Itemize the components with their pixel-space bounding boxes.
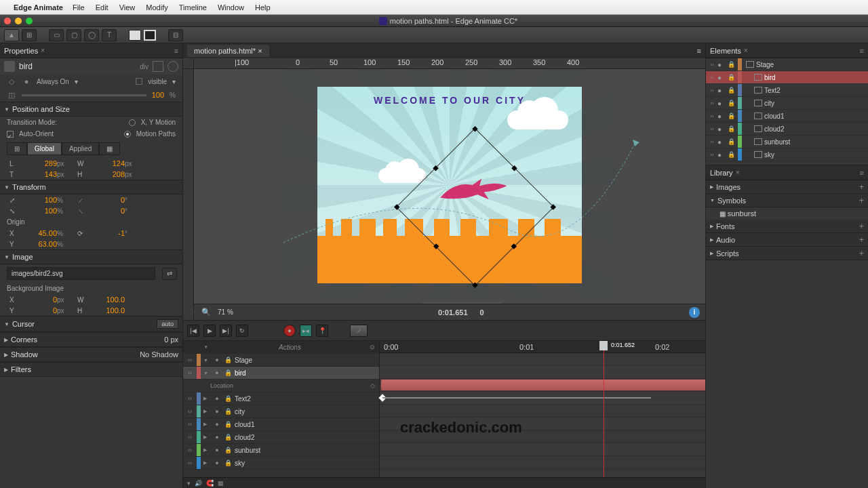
- rotate-input[interactable]: -1: [91, 229, 125, 237]
- pos-left-input[interactable]: 289: [23, 159, 57, 167]
- timeline-layer-row[interactable]: Location◇: [183, 380, 379, 392]
- timeline-layer-row[interactable]: ‹›▼●🔒Stage: [183, 354, 379, 367]
- properties-panel-tab[interactable]: Properties×: [0, 43, 182, 58]
- go-to-start-button[interactable]: |◀: [187, 325, 199, 337]
- xy-motion-radio[interactable]: [129, 119, 136, 126]
- timeline-layer-row[interactable]: ‹›▶●🔒sky: [183, 457, 379, 470]
- bg-x-input[interactable]: 0: [23, 296, 57, 304]
- canvas-area[interactable]: 0|100 50100 150200 250300 350400 WELCOME…: [183, 58, 705, 320]
- library-images-category[interactable]: ▶Images+: [706, 180, 868, 194]
- menu-view[interactable]: View: [119, 3, 136, 12]
- add-icon[interactable]: +: [859, 182, 864, 192]
- display-mode-dropdown[interactable]: Always On: [37, 78, 69, 85]
- library-scripts-category[interactable]: ▶Scripts+: [706, 247, 868, 260]
- selection-tool[interactable]: ▲: [4, 29, 19, 41]
- visibility-checkbox[interactable]: [136, 78, 142, 85]
- add-icon[interactable]: +: [859, 222, 864, 231]
- timeline-layer-row[interactable]: ‹›▶●🔒city: [183, 405, 379, 418]
- menu-help[interactable]: Help: [255, 3, 271, 12]
- menu-timeline[interactable]: Timeline: [179, 3, 207, 12]
- actions-menu-icon[interactable]: ⊙: [368, 344, 376, 350]
- close-window-button[interactable]: [4, 18, 11, 24]
- coord-applied-button[interactable]: Applied: [62, 142, 99, 155]
- transform-section[interactable]: ▼Transform: [0, 180, 182, 195]
- scale-x-input[interactable]: 100: [23, 196, 57, 204]
- timeline-layer-row[interactable]: ‹›▶●🔒cloud1: [183, 418, 379, 431]
- corners-section[interactable]: ▶Corners0 px: [0, 332, 182, 347]
- cursor-auto-button[interactable]: auto: [157, 319, 178, 329]
- bg-w-input[interactable]: 100.0: [91, 296, 125, 304]
- timeline-layer-row[interactable]: ‹›▶●🔒sunburst: [183, 444, 379, 457]
- pos-top-input[interactable]: 143: [23, 170, 57, 178]
- close-icon[interactable]: ×: [41, 47, 45, 54]
- doc-tab-menu-icon[interactable]: [697, 47, 701, 55]
- menu-window[interactable]: Window: [218, 3, 244, 12]
- library-fonts-category[interactable]: ▶Fonts+: [706, 220, 868, 233]
- image-path-field[interactable]: images/bird2.svg: [7, 267, 155, 280]
- library-symbols-category[interactable]: ▼Symbols+: [706, 194, 868, 207]
- stage[interactable]: WELCOME TO OUR CITY: [317, 87, 582, 283]
- skew-y-input[interactable]: 0: [91, 207, 125, 215]
- target-icon[interactable]: [153, 61, 163, 72]
- actions-icon[interactable]: [167, 61, 178, 72]
- panel-menu-icon[interactable]: [174, 47, 178, 55]
- element-row[interactable]: ‹›●🔒sky: [706, 148, 868, 161]
- info-icon[interactable]: i: [689, 307, 700, 318]
- easing-button[interactable]: ⟋: [350, 325, 368, 337]
- pin-button[interactable]: 📍: [316, 325, 328, 337]
- rounded-rect-tool[interactable]: ▢: [66, 29, 81, 41]
- menu-modify[interactable]: Modify: [146, 3, 167, 12]
- timeline-ruler[interactable]: 0:00 0:01 0:02 0:03: [380, 341, 705, 353]
- element-row[interactable]: ‹›●🔒sunburst: [706, 136, 868, 148]
- image-section[interactable]: ▼Image: [0, 249, 182, 264]
- add-icon[interactable]: +: [859, 249, 864, 258]
- play-button[interactable]: ▶: [203, 325, 216, 337]
- zoom-icon[interactable]: 🔍: [201, 308, 211, 317]
- coord-global-button[interactable]: Global: [27, 142, 62, 155]
- timeline-tracks[interactable]: 0:00 0:01 0:02 0:03 0:01.652: [380, 341, 705, 477]
- zoom-level[interactable]: 71 %: [218, 308, 233, 316]
- tween-bar[interactable]: [381, 380, 705, 390]
- cursor-section[interactable]: ▼Cursor auto: [0, 316, 182, 332]
- library-audio-category[interactable]: ▶Audio+: [706, 233, 868, 247]
- add-icon[interactable]: +: [859, 235, 864, 245]
- timeline-layer-row[interactable]: ‹›▼●🔒bird: [183, 367, 379, 380]
- origin-x-input[interactable]: 45.00: [23, 229, 57, 237]
- origin-y-input[interactable]: 63.00: [23, 240, 57, 248]
- opacity-slider[interactable]: [22, 94, 146, 96]
- skew-x-input[interactable]: 0: [91, 196, 125, 204]
- coord-options-icon[interactable]: ▦: [99, 142, 120, 155]
- element-row[interactable]: ‹›●🔒cloud2: [706, 123, 868, 136]
- visibility-dropdown[interactable]: visible: [148, 78, 167, 85]
- bg-y-input[interactable]: 0: [23, 306, 57, 314]
- filter-icon[interactable]: ▾: [187, 480, 191, 487]
- panel-menu-icon[interactable]: [860, 47, 864, 55]
- element-row[interactable]: ‹›●🔒city: [706, 97, 868, 110]
- playhead[interactable]: 0:01.652: [604, 341, 604, 477]
- add-icon[interactable]: +: [859, 196, 864, 205]
- menu-file[interactable]: File: [73, 3, 85, 12]
- close-icon[interactable]: ×: [736, 169, 740, 176]
- fill-color-swatch[interactable]: [129, 30, 141, 41]
- auto-keyframe-button[interactable]: ●: [283, 325, 296, 337]
- loop-button[interactable]: ↻: [236, 325, 248, 337]
- timeline-layer-row[interactable]: ‹›▶●🔒Text2: [183, 392, 379, 405]
- rectangle-tool[interactable]: ▭: [49, 29, 64, 41]
- stroke-color-swatch[interactable]: [144, 30, 156, 41]
- motion-paths-radio[interactable]: [124, 131, 131, 138]
- close-icon[interactable]: ×: [744, 47, 748, 54]
- library-symbol-item[interactable]: ▦ sunburst: [706, 207, 868, 220]
- transform-tool[interactable]: ⊞: [22, 29, 37, 41]
- timeline-layer-row[interactable]: ‹›▶●🔒cloud2: [183, 431, 379, 444]
- position-size-section[interactable]: ▼Position and Size: [0, 102, 182, 117]
- filters-section[interactable]: ▶Filters: [0, 362, 182, 377]
- zoom-window-button[interactable]: [26, 18, 33, 24]
- auto-orient-checkbox[interactable]: [7, 131, 14, 138]
- opacity-value[interactable]: 100: [152, 91, 164, 99]
- text-tool[interactable]: T: [102, 29, 117, 41]
- element-row[interactable]: ‹›●🔒Stage: [706, 58, 868, 71]
- minimize-window-button[interactable]: [15, 18, 22, 24]
- speaker-icon[interactable]: 🔊: [195, 480, 202, 487]
- layout-tool[interactable]: ⊟: [168, 29, 183, 41]
- element-row[interactable]: ‹›●🔒cloud1: [706, 110, 868, 123]
